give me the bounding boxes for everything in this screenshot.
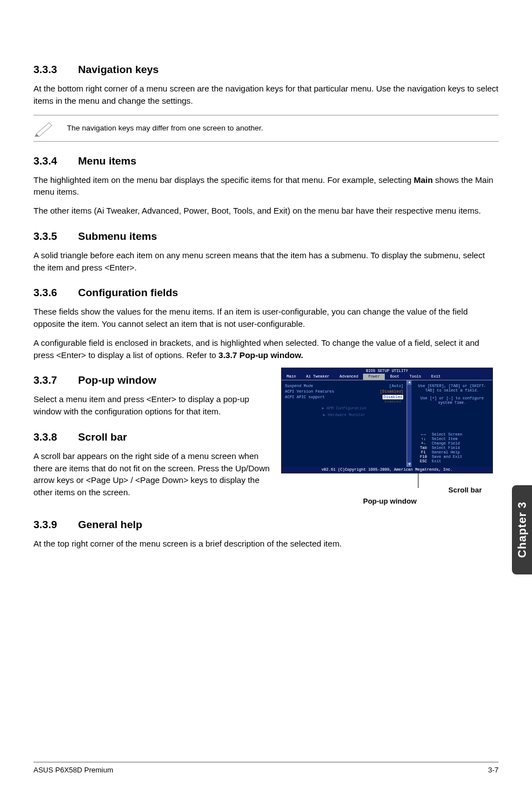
scrollbar-up-icon: ▲ (407, 380, 412, 385)
heading-3-3-8: 3.3.8 Scroll bar (33, 431, 270, 443)
bios-key-desc: General Help (432, 450, 460, 455)
para-334-2: The other items (Ai Tweaker, Advanced, P… (33, 205, 499, 217)
bios-title: BIOS SETUP UTILITY (282, 368, 492, 374)
bios-key: +- (415, 441, 432, 446)
bios-submenu-hw: ▶ Hardware Monitor (285, 413, 403, 417)
para-337-1: Select a menu item and press <Enter> to … (33, 393, 270, 418)
scrollbar-callout-label: Scroll bar (448, 486, 482, 494)
pencil-icon (33, 120, 56, 137)
bios-popup-options: Disabled Enabled (383, 395, 404, 404)
bios-tab-aitweaker: Ai Tweaker (301, 374, 335, 380)
bios-left-pane: Suspend Mode [Auto] ACPI Version Feature… (282, 380, 407, 467)
bios-body: Suspend Mode [Auto] ACPI Version Feature… (282, 380, 492, 467)
bios-popup-option: Enabled (385, 399, 401, 404)
bios-key-desc: Select Field (432, 446, 460, 450)
para-bold: Main (414, 175, 433, 185)
bios-help-1: Use [ENTER], [TAB] or [SHIFT-TAB] to sel… (415, 384, 489, 393)
bios-key: ↑↓ (415, 437, 432, 441)
heading-title: Pop-up window (78, 374, 156, 386)
bios-item-label: ACPI APIC support (285, 395, 325, 404)
popup-window-label: Pop-up window (281, 497, 499, 505)
para-333-1: At the bottom right corner of a menu scr… (33, 83, 499, 107)
para-338-1: A scroll bar appears on the right side o… (33, 450, 270, 499)
bios-item-label: Suspend Mode (285, 384, 313, 388)
bios-right-pane: Use [ENTER], [TAB] or [SHIFT-TAB] to sel… (412, 380, 492, 467)
bios-tab-tools: Tools (404, 374, 426, 380)
chapter-tab-label: Chapter 3 (516, 501, 529, 558)
bios-item-value: [Disabled] (380, 389, 403, 394)
bios-key-desc: Select Screen (432, 432, 462, 437)
footer-page-number: 3-7 (488, 766, 499, 774)
bios-tab-power: Power (363, 374, 385, 380)
para-335-1: A solid triangle before each item on any… (33, 249, 499, 274)
chapter-tab: Chapter 3 (512, 485, 532, 574)
bios-submenu-label: APM Configuration (327, 406, 366, 410)
heading-3-3-3: 3.3.3 Navigation keys (33, 64, 499, 76)
heading-num: 3.3.6 (33, 287, 78, 299)
heading-num: 3.3.3 (33, 64, 78, 76)
bios-popup-selected: Disabled (383, 395, 404, 399)
bios-key: F1 (415, 450, 432, 455)
bios-tab-main: Main (282, 374, 301, 380)
popup-figure: BIOS SETUP UTILITY Main Ai Tweaker Advan… (281, 368, 499, 505)
bios-submenu-apm: ▶ APM Configuration (285, 406, 403, 410)
bios-item-value: [Auto] (389, 384, 403, 388)
bios-key-desc: Exit (432, 459, 441, 463)
para-bold: 3.3.7 Pop-up window. (219, 350, 303, 360)
heading-3-3-5: 3.3.5 Submenu items (33, 230, 499, 243)
bios-screenshot: BIOS SETUP UTILITY Main Ai Tweaker Advan… (281, 368, 493, 474)
bios-item-acpi-apic: ACPI APIC support Disabled Enabled (285, 395, 403, 404)
heading-num: 3.3.8 (33, 431, 78, 443)
bios-tab-exit: Exit (426, 374, 446, 380)
heading-title: Configuration fields (78, 287, 178, 299)
bios-key-legend: ←→Select Screen ↑↓Select Item +-Change F… (415, 432, 489, 463)
bios-key: F10 (415, 455, 432, 459)
heading-title: Submenu items (78, 230, 157, 243)
bios-item-suspend: Suspend Mode [Auto] (285, 384, 403, 388)
bios-submenu-label: Hardware Monitor (328, 413, 365, 417)
bios-tab-boot: Boot (385, 374, 404, 380)
heading-3-3-4: 3.3.4 Menu items (33, 155, 499, 167)
heading-title: General help (78, 519, 142, 531)
page-footer: ASUS P6X58D Premium 3-7 (33, 762, 499, 774)
heading-3-3-9: 3.3.9 General help (33, 519, 499, 531)
heading-title: Scroll bar (78, 431, 127, 443)
bios-item-acpi-version: ACPI Version Features [Disabled] (285, 389, 403, 394)
bios-key-desc: Select Item (432, 437, 457, 441)
heading-num: 3.3.9 (33, 519, 78, 531)
para-339-1: At the top right corner of the menu scre… (33, 538, 499, 550)
para-336-1: These fields show the values for the men… (33, 306, 499, 330)
bios-key: ←→ (415, 432, 432, 437)
scrollbar-down-icon: ▼ (407, 462, 412, 467)
heading-3-3-6: 3.3.6 Configuration fields (33, 287, 499, 299)
footer-product: ASUS P6X58D Premium (33, 766, 113, 774)
note-text: The navigation keys may differ from one … (67, 124, 263, 132)
para-fragment: The highlighted item on the menu bar dis… (33, 175, 414, 185)
bios-help-2: Use [+] or [-] to configure system Time. (415, 396, 489, 405)
para-336-2: A configurable field is enclosed in brac… (33, 337, 499, 361)
heading-num: 3.3.5 (33, 230, 78, 243)
bios-copyright: v02.61 (C)Copyright 1985-2009, American … (282, 467, 492, 473)
note-333: The navigation keys may differ from one … (33, 115, 499, 142)
heading-num: 3.3.4 (33, 155, 78, 167)
heading-title: Navigation keys (78, 64, 159, 76)
bios-item-label: ACPI Version Features (285, 389, 334, 394)
para-334-1: The highlighted item on the menu bar dis… (33, 174, 499, 199)
heading-3-3-7: 3.3.7 Pop-up window (33, 374, 270, 386)
scrollbar-callout: Scroll bar (281, 474, 499, 496)
heading-num: 3.3.7 (33, 374, 78, 386)
bios-key-desc: Change Field (432, 441, 460, 446)
heading-title: Menu items (78, 155, 137, 167)
bios-tab-advanced: Advanced (335, 374, 364, 380)
bios-key: ESC (415, 459, 432, 463)
bios-key: Tab (415, 446, 432, 450)
bios-menubar: Main Ai Tweaker Advanced Power Boot Tool… (282, 374, 492, 380)
bios-scrollbar: ▲ ▼ (407, 380, 412, 467)
bios-key-desc: Save and Exit (432, 455, 462, 459)
